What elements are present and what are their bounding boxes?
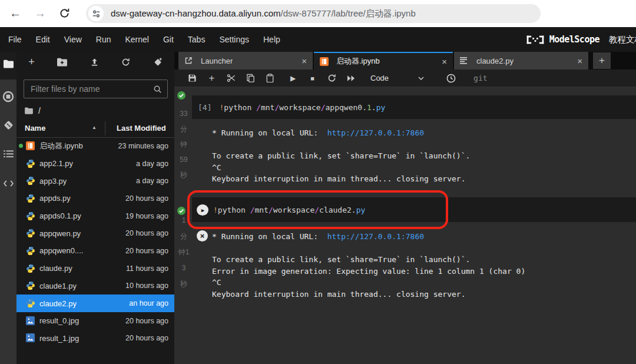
cut-cells-icon[interactable] [226, 73, 236, 83]
browser-chrome-bar: ← → dsw-gateway-cn-hangzhou.data.aliyun.… [0, 0, 636, 27]
docs-link[interactable]: 教程文档 [609, 34, 636, 45]
tab-label: claude2.py [476, 57, 514, 65]
run-cell-icon[interactable]: ▶ [288, 73, 298, 83]
cell1-code-input[interactable]: [4] !python /mnt/workspace/appqwen0.1.py [192, 95, 636, 119]
file-name: appds0.1.py [39, 211, 81, 220]
tab-Launcher[interactable]: Launcher × [178, 52, 313, 70]
file-row-claude1.py[interactable]: claude1.py 10 hours ago [16, 277, 174, 295]
tab-close-icon[interactable]: × [302, 57, 307, 65]
menu-kernel[interactable]: Kernel [118, 35, 155, 44]
menu-run[interactable]: Run [89, 35, 118, 44]
breadcrumb-root[interactable]: / [38, 106, 41, 115]
file-name: app2.1.py [39, 159, 73, 168]
file-row-result_1.jpg[interactable]: result_1.jpg 20 hours ago [16, 330, 174, 348]
breadcrumb[interactable]: / [25, 105, 41, 117]
column-divider [105, 121, 105, 135]
file-row-appds0.1.py[interactable]: appds0.1.py 19 hours ago [16, 207, 174, 225]
upload-icon[interactable] [90, 58, 99, 67]
kernel-running-dot [19, 144, 23, 148]
file-browser-icon[interactable] [0, 59, 16, 68]
menu-git[interactable]: Git [156, 35, 181, 44]
interrupt-kernel-icon[interactable]: ■ [307, 73, 317, 83]
chevron-down-icon[interactable] [416, 73, 426, 83]
filter-files-input[interactable] [24, 84, 153, 94]
code-snippets-icon[interactable] [0, 180, 16, 187]
menu-edit[interactable]: Edit [29, 35, 57, 44]
file-row-appqwen.py[interactable]: appqwen.py 20 hours ago [16, 224, 174, 242]
url-text: dsw-gateway-cn-hangzhou.data.aliyun.com/… [111, 8, 416, 19]
home-folder-icon[interactable] [25, 107, 33, 114]
history-clock-icon[interactable] [446, 73, 456, 83]
output-url-link[interactable]: http://127.0.0.1:7860 [327, 232, 424, 241]
file-type-icon [26, 229, 35, 238]
address-bar[interactable]: dsw-gateway-cn-hangzhou.data.aliyun.com/… [86, 4, 541, 23]
url-path: /dsw-875777/lab/tree/启动器.ipynb [281, 8, 416, 18]
file-browser-toolbar: + [16, 52, 174, 72]
column-last-modified[interactable]: Last Modified [117, 124, 166, 133]
tab-启动器.ipynb[interactable]: 启动器.ipynb × [314, 52, 453, 70]
cell2-run-button-icon[interactable]: ▶ [197, 204, 208, 216]
file-row-appds.py[interactable]: appds.py 20 hours ago [16, 190, 174, 207]
refresh-icon[interactable] [121, 58, 130, 67]
sort-ascending-icon[interactable]: ▲ [92, 125, 97, 130]
add-cell-icon[interactable]: + [207, 73, 217, 83]
modelscope-brand: ModelScope 教程文档 [526, 27, 636, 52]
menu-file[interactable]: File [1, 35, 29, 44]
file-type-icon [26, 211, 35, 221]
cell1-success-check-icon [177, 91, 186, 100]
tab-close-icon[interactable]: × [577, 57, 582, 65]
file-row-app2.1.py[interactable]: app2.1.py a day ago [16, 155, 174, 173]
output-line: Keyboard interruption in main thread... … [212, 289, 525, 300]
file-row-启动器.ipynb[interactable]: 启动器.ipynb 23 minutes ago [16, 137, 174, 155]
restart-kernel-icon[interactable] [327, 73, 337, 83]
file-row-claude2.py[interactable]: claude2.py an hour ago [16, 294, 174, 312]
main-dock-panel: Launcher × 启动器.ipynb × claude2.py × + + … [174, 52, 636, 364]
file-row-app3.py[interactable]: app3.py a day ago [16, 172, 174, 190]
file-last-modified: a day ago [136, 160, 168, 168]
menu-help[interactable]: Help [256, 35, 287, 44]
output-url-link[interactable]: http://127.0.0.1:7860 [327, 128, 424, 137]
menu-tabs[interactable]: Tabs [181, 35, 213, 44]
cell2-code-input[interactable]: ▶ !python /mnt/workspace/claude2.py [192, 197, 636, 222]
new-folder-icon[interactable] [57, 58, 67, 67]
menu-view[interactable]: View [57, 35, 89, 44]
tab-icon [460, 57, 468, 65]
menu-settings[interactable]: Settings [212, 35, 256, 44]
cell1-output: * Running on local URL: http://127.0.0.1… [212, 127, 470, 185]
file-name: claude.py [39, 264, 72, 273]
menu-items: FileEditViewRunKernelGitTabsSettingsHelp [0, 35, 287, 44]
file-row-claude.py[interactable]: claude.py 11 hours ago [16, 260, 174, 277]
column-name[interactable]: Name [25, 124, 45, 133]
file-row-appqwen0....[interactable]: appqwen0.... 20 hours ago [16, 242, 174, 260]
new-launcher-button[interactable]: + [28, 57, 35, 67]
browser-back-icon[interactable]: ← [9, 6, 21, 20]
save-icon[interactable] [187, 73, 197, 83]
tab-claude2.py[interactable]: claude2.py × [454, 52, 588, 70]
notebook-toolbar: + ▶ ■ Code git [174, 70, 636, 87]
cell2-interrupt-icon[interactable]: × [197, 230, 208, 241]
cell-type-dropdown[interactable]: Code [370, 74, 389, 82]
site-settings-icon[interactable] [88, 6, 104, 21]
search-icon[interactable] [153, 85, 162, 94]
file-type-icon [26, 281, 35, 290]
tab-label: Launcher [201, 57, 233, 65]
running-sessions-icon[interactable] [0, 91, 16, 102]
modelscope-logo-icon [526, 35, 544, 45]
new-tab-button[interactable]: + [593, 52, 611, 69]
paste-cells-icon[interactable] [265, 73, 275, 83]
git-toolbar-label[interactable]: git [473, 74, 487, 82]
table-of-contents-icon[interactable] [0, 150, 16, 158]
output-line: Keyboard interruption in main thread... … [212, 173, 470, 185]
output-line: To create a public link, set `share=True… [212, 254, 525, 266]
cell2-code-line: !python /mnt/workspace/claude2.py [213, 206, 365, 214]
tab-close-icon[interactable]: × [442, 57, 447, 66]
file-row-result_0.jpg[interactable]: result_0.jpg 20 hours ago [16, 312, 174, 330]
browser-forward-icon[interactable]: → [34, 6, 46, 20]
cell2-output: * Running on local URL: http://127.0.0.1… [212, 231, 525, 300]
copy-cells-icon[interactable] [246, 73, 256, 83]
left-activity-bar [0, 52, 16, 364]
browser-reload-icon[interactable] [59, 8, 70, 19]
git-clone-icon[interactable] [153, 57, 163, 67]
restart-and-run-all-icon[interactable] [346, 73, 356, 83]
git-icon[interactable] [0, 120, 16, 131]
